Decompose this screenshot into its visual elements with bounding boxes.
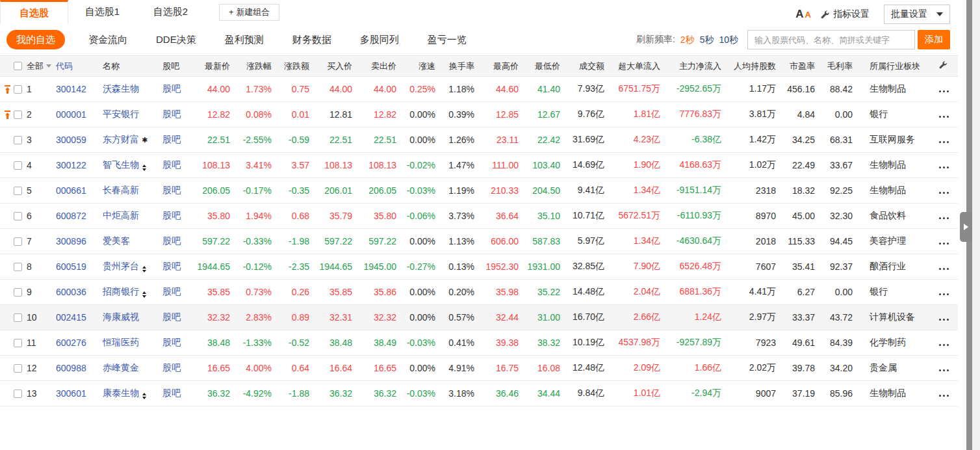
stock-name-link[interactable]: 贵州茅台 [103,261,139,271]
col-header-15[interactable]: 人均持股数 [729,56,784,77]
col-header-0[interactable]: 代码 [56,56,103,77]
guba-link[interactable]: 股吧 [162,235,181,246]
guba-link[interactable]: 股吧 [162,109,181,119]
select-all-caret-icon[interactable] [46,64,51,68]
row-checkbox[interactable] [14,237,22,246]
stock-code-link[interactable]: 600988 [56,356,103,381]
refresh-option-0[interactable]: 2秒 [680,34,695,45]
stock-code-link[interactable]: 300122 [56,153,103,178]
stock-name-link[interactable]: 长春高新 [103,185,139,195]
col-header-11[interactable]: 最低价 [526,56,568,77]
col-header-17[interactable]: 毛利率 [823,56,860,77]
guba-link[interactable]: 股吧 [162,362,181,373]
new-group-button[interactable]: + 新建组合 [219,4,279,21]
row-more-button[interactable] [938,139,950,146]
guba-link[interactable]: 股吧 [162,134,181,144]
row-more-button[interactable] [938,341,950,349]
col-header-2[interactable]: 股吧 [162,56,195,77]
row-more-button[interactable] [938,392,950,399]
col-header-6[interactable]: 买入价 [317,56,360,77]
stock-name-link[interactable]: 中炬高新 [103,210,139,220]
col-header-12[interactable]: 成交额 [568,56,612,77]
stock-name-link[interactable]: 康泰生物 [103,388,139,398]
col-header-8[interactable]: 涨速 [404,56,443,77]
guba-link[interactable]: 股吧 [162,337,181,347]
row-checkbox[interactable] [14,85,22,94]
col-header-16[interactable]: 市盈率 [784,56,823,77]
batch-settings-select[interactable]: 批量设置 [884,5,950,24]
col-header-1[interactable]: 名称 [103,56,162,77]
col-header-5[interactable]: 涨跌额 [279,56,317,77]
stock-name-link[interactable]: 平安银行 [103,109,139,119]
tab-watchlist-0[interactable]: 自选股 [0,0,68,24]
indicator-settings-button[interactable]: 指标设置 [833,8,870,20]
row-more-button[interactable] [938,164,950,171]
row-checkbox[interactable] [14,390,22,398]
col-header-9[interactable]: 换手率 [443,56,482,77]
stock-name-link[interactable]: 招商银行 [103,286,139,297]
row-checkbox[interactable] [14,364,22,373]
stock-code-link[interactable]: 300059 [56,127,103,153]
guba-link[interactable]: 股吧 [162,286,181,297]
row-checkbox[interactable] [14,339,22,347]
toolbar-item-5[interactable]: 多股同列 [360,34,399,46]
guba-link[interactable]: 股吧 [162,185,181,195]
toolbar-item-4[interactable]: 财务数据 [292,34,331,46]
stock-name-link[interactable]: 智飞生物 [103,159,139,170]
refresh-option-2[interactable]: 10秒 [719,34,738,45]
col-header-13[interactable]: 超大单流入 [612,56,668,77]
select-all-checkbox[interactable] [14,62,22,70]
row-checkbox[interactable] [14,263,22,271]
stock-code-link[interactable]: 300896 [56,229,103,254]
guba-link[interactable]: 股吧 [162,388,181,398]
col-header-3[interactable]: 最新价 [195,56,238,77]
stock-code-link[interactable]: 600519 [56,254,103,280]
tab-watchlist-2[interactable]: 自选股2 [136,0,205,24]
tab-watchlist-1[interactable]: 自选股1 [68,0,136,24]
toolbar-item-1[interactable]: 资金流向 [88,34,127,46]
side-panel-toggle[interactable] [960,212,972,242]
stock-code-link[interactable]: 300142 [56,77,103,102]
stock-name-link[interactable]: 恒瑞医药 [103,337,139,347]
stock-name-link[interactable]: 东方财富 [103,134,139,144]
toolbar-item-3[interactable]: 盈利预测 [225,34,264,46]
select-all-label[interactable]: 全部 [27,60,44,72]
guba-link[interactable]: 股吧 [162,210,181,220]
row-checkbox[interactable] [14,313,22,322]
toolbar-item-0[interactable]: 我的自选 [6,30,65,49]
row-checkbox[interactable] [14,212,22,220]
guba-link[interactable]: 股吧 [162,159,181,170]
stock-name-link[interactable]: 赤峰黄金 [103,362,139,373]
row-checkbox[interactable] [14,136,22,144]
guba-link[interactable]: 股吧 [162,261,181,271]
column-settings-button[interactable] [928,56,958,77]
stock-code-link[interactable]: 600276 [56,330,103,356]
stock-search-input[interactable] [747,30,915,49]
row-checkbox[interactable] [14,111,22,119]
stock-code-link[interactable]: 002415 [56,305,103,330]
refresh-option-1[interactable]: 5秒 [700,34,714,45]
row-more-button[interactable] [938,88,950,95]
row-checkbox[interactable] [14,161,22,170]
font-size-small-button[interactable]: A [805,10,811,20]
stock-name-link[interactable]: 爱美客 [103,235,130,246]
guba-link[interactable]: 股吧 [162,83,181,94]
toolbar-item-2[interactable]: DDE决策 [156,34,196,46]
row-more-button[interactable] [938,189,950,196]
col-header-4[interactable]: 涨跌幅 [238,56,279,77]
stock-code-link[interactable]: 600036 [56,280,103,305]
stock-name-link[interactable]: 海康威视 [103,311,139,322]
col-header-14[interactable]: 主力净流入 [668,56,729,77]
row-more-button[interactable] [938,215,950,222]
row-more-button[interactable] [938,240,950,247]
col-header-10[interactable]: 最高价 [482,56,526,77]
stock-code-link[interactable]: 300601 [56,381,103,406]
row-checkbox[interactable] [14,187,22,195]
row-checkbox[interactable] [14,288,22,297]
add-stock-button[interactable]: 添加 [918,30,950,49]
guba-link[interactable]: 股吧 [162,311,181,322]
row-more-button[interactable] [938,265,950,272]
col-header-7[interactable]: 卖出价 [360,56,404,77]
row-more-button[interactable] [938,291,950,298]
stock-code-link[interactable]: 000001 [56,102,103,127]
